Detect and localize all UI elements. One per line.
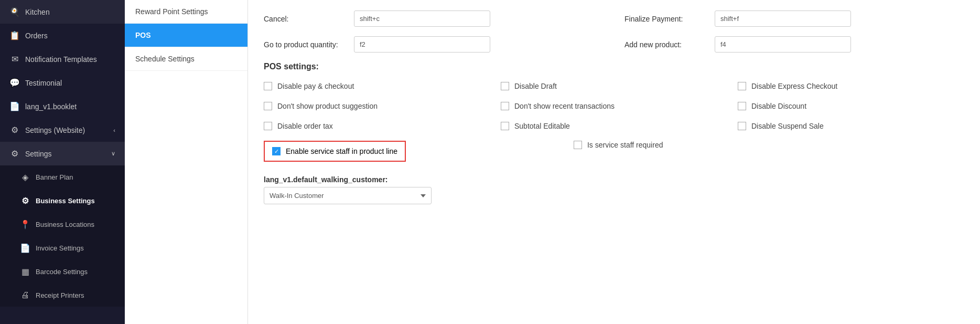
- sidebar-item-banner-plan[interactable]: ◈ Banner Plan: [0, 165, 125, 189]
- shortcut-row-2: Go to product quantity: Add new product:: [264, 36, 964, 53]
- subnav-item-reward-point-settings[interactable]: Reward Point Settings: [125, 0, 247, 24]
- settings-icon: ⚙: [9, 149, 20, 159]
- label-disable-draft: Disable Draft: [514, 82, 557, 90]
- shortcut-cancel: Cancel:: [264, 11, 604, 27]
- checkbox-disable-suspend-sale[interactable]: [738, 122, 746, 130]
- sidebar-item-label: Kitchen: [25, 8, 50, 16]
- setting-disable-pay-checkout: Disable pay & checkout: [264, 82, 490, 90]
- kitchen-icon: 🍳: [9, 7, 20, 17]
- sidebar-item-label: Receipt Printers: [36, 291, 84, 299]
- chevron-right-icon: ‹: [113, 127, 115, 133]
- add-new-product-label: Add new product:: [624, 40, 708, 49]
- checkbox-disable-express-checkout[interactable]: [738, 82, 746, 90]
- label-is-service-staff-required: Is service staff required: [587, 141, 663, 149]
- sidebar-item-label: Business Locations: [36, 221, 94, 228]
- label-disable-pay-checkout: Disable pay & checkout: [277, 82, 354, 90]
- booklet-icon: 📄: [9, 101, 20, 111]
- shortcut-go-to-quantity: Go to product quantity:: [264, 36, 604, 53]
- checkbox-is-service-staff-required[interactable]: [574, 141, 582, 149]
- sidebar-item-settings-website[interactable]: ⚙ Settings (Website) ‹: [0, 118, 125, 142]
- sidebar-item-label: lang_v1.booklet: [25, 102, 77, 111]
- barcode-icon: ▦: [20, 267, 30, 277]
- sidebar-item-label: Business Settings: [36, 197, 95, 205]
- orders-icon: 📋: [9, 30, 20, 40]
- sidebar-item-invoice-settings[interactable]: 📄 Invoice Settings: [0, 236, 125, 260]
- highlight-row-service-staff: ✓ Enable service staff in product line: [264, 141, 406, 162]
- sidebar-item-orders[interactable]: 📋 Orders: [0, 24, 125, 47]
- printer-icon: 🖨: [20, 290, 30, 300]
- checkbox-disable-discount[interactable]: [738, 102, 746, 110]
- testimonial-icon: 💬: [9, 78, 20, 88]
- checkbox-disable-pay-checkout[interactable]: [264, 82, 272, 90]
- default-walking-customer-label: lang_v1.default_walking_customer:: [264, 175, 964, 184]
- sidebar-submenu: ◈ Banner Plan ⚙ Business Settings 📍 Busi…: [0, 165, 125, 307]
- checkbox-dont-show-product-suggestion[interactable]: [264, 102, 272, 110]
- pos-settings-title: POS settings:: [264, 62, 964, 71]
- setting-subtotal-editable: Subtotal Editable: [501, 122, 727, 130]
- subnav-item-schedule-settings[interactable]: Schedule Settings: [125, 47, 247, 71]
- finalize-payment-input[interactable]: [715, 11, 851, 27]
- cancel-label: Cancel:: [264, 15, 348, 23]
- sidebar: 🍳 Kitchen 📋 Orders ✉ Notification Templa…: [0, 0, 125, 324]
- sidebar-item-label: Notification Templates: [25, 55, 97, 64]
- pos-settings-grid: Disable pay & checkout Disable Draft Dis…: [264, 82, 964, 130]
- label-disable-order-tax: Disable order tax: [277, 122, 333, 130]
- sidebar-item-barcode-settings[interactable]: ▦ Barcode Settings: [0, 260, 125, 284]
- setting-disable-express-checkout: Disable Express Checkout: [738, 82, 964, 90]
- go-to-quantity-label: Go to product quantity:: [264, 40, 348, 49]
- label-dont-show-recent-transactions: Don't show recent transactions: [514, 102, 615, 110]
- subnav-item-label: POS: [135, 31, 151, 39]
- settings-website-icon: ⚙: [9, 125, 20, 135]
- banner-icon: ◈: [20, 172, 30, 182]
- checkbox-dont-show-recent-transactions[interactable]: [501, 102, 509, 110]
- subnav: Reward Point Settings POS Schedule Setti…: [125, 0, 248, 324]
- invoice-icon: 📄: [20, 243, 30, 253]
- add-new-product-input[interactable]: [715, 36, 851, 53]
- notification-icon: ✉: [9, 54, 20, 64]
- go-to-quantity-input[interactable]: [354, 36, 490, 53]
- label-enable-service-staff: Enable service staff in product line: [286, 147, 397, 155]
- setting-disable-draft: Disable Draft: [501, 82, 727, 90]
- setting-disable-suspend-sale: Disable Suspend Sale: [738, 122, 964, 130]
- sidebar-item-business-settings[interactable]: ⚙ Business Settings: [0, 189, 125, 213]
- checkbox-subtotal-editable[interactable]: [501, 122, 509, 130]
- sidebar-item-business-locations[interactable]: 📍 Business Locations: [0, 213, 125, 236]
- sidebar-item-label: Settings: [25, 150, 52, 158]
- checkbox-enable-service-staff[interactable]: ✓: [272, 147, 281, 155]
- setting-disable-order-tax: Disable order tax: [264, 122, 490, 130]
- sidebar-item-label: Banner Plan: [36, 173, 73, 181]
- business-settings-icon: ⚙: [20, 196, 30, 206]
- chevron-down-icon: ∨: [111, 150, 115, 157]
- shortcut-row-1: Cancel: Finalize Payment:: [264, 11, 964, 27]
- sidebar-item-label: Settings (Website): [25, 126, 85, 134]
- sidebar-item-settings[interactable]: ⚙ Settings ∨: [0, 142, 125, 165]
- sidebar-item-notification-templates[interactable]: ✉ Notification Templates: [0, 47, 125, 71]
- checkbox-disable-draft[interactable]: [501, 82, 509, 90]
- checkbox-disable-order-tax[interactable]: [264, 122, 272, 130]
- default-walking-customer-section: lang_v1.default_walking_customer: Walk-I…: [264, 175, 964, 204]
- label-disable-express-checkout: Disable Express Checkout: [751, 82, 837, 90]
- settings-bottom-row: ✓ Enable service staff in product line I…: [264, 141, 964, 166]
- cancel-input[interactable]: [354, 11, 490, 27]
- setting-dont-show-recent-transactions: Don't show recent transactions: [501, 102, 727, 110]
- sidebar-item-receipt-printers[interactable]: 🖨 Receipt Printers: [0, 284, 125, 307]
- finalize-payment-label: Finalize Payment:: [624, 15, 708, 23]
- label-dont-show-product-suggestion: Don't show product suggestion: [277, 102, 378, 110]
- label-subtotal-editable: Subtotal Editable: [514, 122, 570, 130]
- sidebar-item-testimonial[interactable]: 💬 Testimonial: [0, 71, 125, 95]
- main-content: Cancel: Finalize Payment: Go to product …: [248, 0, 980, 324]
- setting-disable-discount: Disable Discount: [738, 102, 964, 110]
- subnav-item-label: Reward Point Settings: [135, 7, 208, 16]
- sidebar-item-kitchen[interactable]: 🍳 Kitchen: [0, 0, 125, 24]
- label-disable-discount: Disable Discount: [751, 102, 806, 110]
- subnav-item-pos[interactable]: POS: [125, 24, 247, 47]
- shortcut-add-new-product: Add new product:: [624, 36, 964, 53]
- shortcut-finalize-payment: Finalize Payment:: [624, 11, 964, 27]
- sidebar-item-label: Testimonial: [25, 79, 62, 87]
- sidebar-item-label: Invoice Settings: [36, 244, 84, 252]
- setting-is-service-staff-required: Is service staff required: [574, 141, 663, 149]
- subnav-item-label: Schedule Settings: [135, 55, 195, 63]
- sidebar-item-label: Barcode Settings: [36, 268, 88, 276]
- default-walking-customer-select[interactable]: Walk-In Customer: [264, 187, 432, 204]
- sidebar-item-lang-booklet[interactable]: 📄 lang_v1.booklet: [0, 95, 125, 118]
